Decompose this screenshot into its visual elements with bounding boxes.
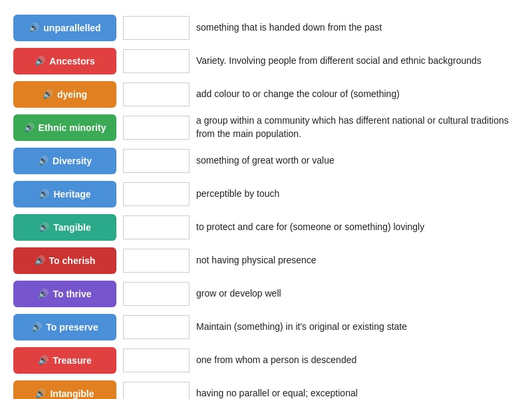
definition-text: something of great worth or value — [196, 154, 519, 168]
word-button-to-thrive[interactable]: 🔊To thrive — [13, 281, 116, 307]
word-button-to-cherish[interactable]: 🔊To cherish — [13, 247, 116, 274]
answer-input-to-preserve[interactable] — [123, 315, 190, 339]
word-button-diversity[interactable]: 🔊Diversity — [13, 148, 116, 174]
matching-row: 🔊Treasureone from whom a person is desce… — [13, 346, 519, 375]
word-button-to-preserve[interactable]: 🔊To preserve — [13, 314, 116, 340]
matching-row: 🔊AncestorsVariety. Involving people from… — [13, 47, 519, 76]
word-label: unparallelled — [43, 23, 100, 34]
matching-row: 🔊Diversitysomething of great worth or va… — [13, 146, 519, 176]
matching-row: 🔊dyeingadd colour to or change the colou… — [13, 80, 519, 109]
speaker-icon: 🔊 — [38, 289, 49, 299]
answer-input-ancestors[interactable] — [123, 49, 190, 73]
word-button-tangible[interactable]: 🔊Tangible — [13, 214, 116, 241]
definition-text: one from whom a person is descended — [196, 354, 519, 367]
definition-text: add colour to or change the colour of (s… — [196, 88, 519, 101]
matching-row: 🔊To thrivegrow or develop well — [13, 279, 519, 309]
speaker-icon: 🔊 — [39, 222, 49, 233]
word-label: Intangible — [50, 388, 94, 399]
speaker-icon: 🔊 — [39, 189, 49, 200]
word-label: Ethnic minority — [39, 122, 106, 134]
answer-input-tangible[interactable] — [123, 215, 190, 239]
definition-text: not having physical presence — [196, 254, 519, 267]
matching-row: 🔊Intangiblehaving no parallel or equal; … — [13, 379, 519, 399]
word-button-treasure[interactable]: 🔊Treasure — [13, 347, 116, 374]
answer-input-to-cherish[interactable] — [123, 249, 190, 273]
word-button-unparallelled[interactable]: 🔊unparallelled — [13, 15, 116, 41]
definition-text: Variety. Involving people from different… — [196, 55, 519, 68]
speaker-icon: 🔊 — [35, 255, 45, 266]
definition-text: something that is handed down from the p… — [196, 21, 519, 35]
speaker-icon: 🔊 — [29, 23, 39, 33]
answer-input-diversity[interactable] — [123, 149, 190, 173]
word-label: Tangible — [53, 222, 91, 233]
definition-text: a group within a community which has dif… — [196, 114, 519, 140]
speaker-icon: 🔊 — [38, 355, 49, 366]
definition-text: having no parallel or equal; exceptional — [196, 387, 519, 399]
matching-exercise: 🔊unparallelledsomething that is handed d… — [13, 13, 519, 399]
answer-input-dyeing[interactable] — [123, 82, 190, 106]
answer-input-intangible[interactable] — [123, 382, 190, 399]
speaker-icon: 🔊 — [35, 388, 46, 399]
matching-row: 🔊Tangibleto protect and care for (someon… — [13, 213, 519, 242]
word-label: Diversity — [53, 156, 92, 167]
definition-text: to protect and care for (someone or some… — [196, 221, 519, 234]
matching-row: 🔊Heritageperceptible by touch — [13, 180, 519, 209]
definition-text: perceptible by touch — [196, 188, 519, 201]
word-label: Heritage — [53, 189, 90, 200]
word-label: Treasure — [53, 355, 91, 366]
answer-input-unparallelled[interactable] — [123, 16, 190, 40]
speaker-icon: 🔊 — [24, 122, 35, 133]
speaker-icon: 🔊 — [38, 156, 49, 166]
definition-text: Maintain (something) in it's original or… — [196, 321, 519, 334]
matching-row: 🔊To cherishnot having physical presence — [13, 246, 519, 275]
word-button-intangible[interactable]: 🔊Intangible — [13, 380, 116, 399]
speaker-icon: 🔊 — [35, 56, 45, 66]
matching-row: 🔊To preserveMaintain (something) in it's… — [13, 313, 519, 342]
word-button-heritage[interactable]: 🔊Heritage — [13, 181, 116, 207]
answer-input-ethnic-minority[interactable] — [123, 116, 190, 140]
word-button-dyeing[interactable]: 🔊dyeing — [13, 81, 116, 108]
word-label: To preserve — [46, 322, 98, 333]
speaker-icon: 🔊 — [31, 322, 42, 332]
word-button-ethnic-minority[interactable]: 🔊Ethnic minority — [13, 114, 116, 141]
word-label: To cherish — [49, 255, 96, 267]
word-button-ancestors[interactable]: 🔊Ancestors — [13, 48, 116, 74]
word-label: Ancestors — [49, 56, 94, 67]
word-label: dyeing — [57, 89, 87, 100]
speaker-icon: 🔊 — [43, 89, 53, 100]
matching-row: 🔊Ethnic minoritya group within a communi… — [13, 113, 519, 142]
answer-input-heritage[interactable] — [123, 182, 190, 206]
word-label: To thrive — [53, 289, 91, 300]
answer-input-treasure[interactable] — [123, 348, 190, 372]
answer-input-to-thrive[interactable] — [123, 282, 190, 306]
matching-row: 🔊unparallelledsomething that is handed d… — [13, 13, 519, 43]
definition-text: grow or develop well — [196, 287, 519, 301]
